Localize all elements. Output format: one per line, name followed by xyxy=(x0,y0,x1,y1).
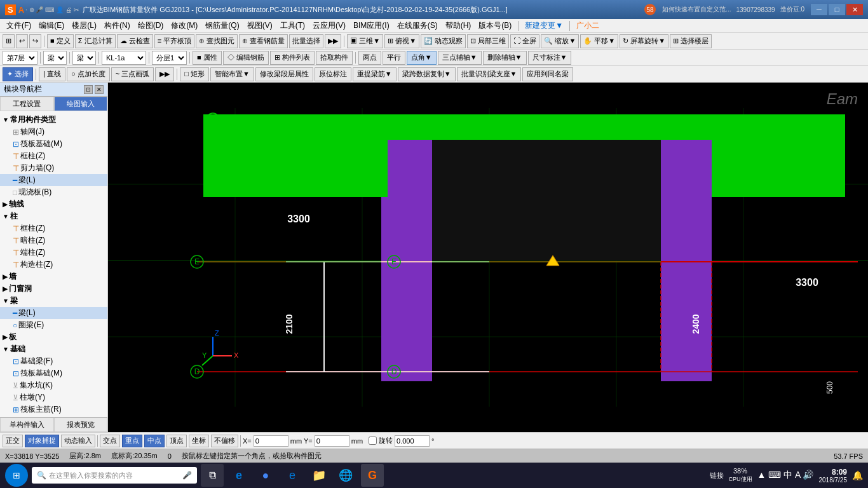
tree-group-beam[interactable]: ▼ 梁 xyxy=(0,295,107,307)
tb3-rect[interactable]: □ 矩形 xyxy=(180,67,209,81)
tb1-find-element[interactable]: ⊕ 查找图元 xyxy=(196,34,238,48)
tb3-modify-layer[interactable]: 修改梁段层属性 xyxy=(255,67,313,81)
panel-close-btn[interactable]: ✕ xyxy=(95,85,104,94)
tree-group-axis[interactable]: ▶ 轴线 xyxy=(0,198,107,210)
tb2-edit-rebar[interactable]: ◇ 编辑钢筋 xyxy=(223,51,269,65)
component-type-select[interactable]: 梁 xyxy=(72,51,96,65)
tree-item-col-struct[interactable]: ⊤ 构造柱(Z) xyxy=(0,259,107,271)
tb1-3d[interactable]: ▣ 三维▼ xyxy=(347,34,383,48)
tree-item-frame-column[interactable]: ⊤ 框柱(Z) xyxy=(0,150,107,162)
floor-select[interactable]: 第7层 xyxy=(3,51,37,65)
tree-item-col-frame[interactable]: ⊤ 框柱(Z) xyxy=(0,222,107,234)
taskbar-icon-task[interactable]: ⧉ xyxy=(201,464,224,487)
rotate-input[interactable] xyxy=(395,435,430,447)
menu-component[interactable]: 构件(N) xyxy=(100,19,134,33)
level-select[interactable]: 分层1 xyxy=(152,51,187,65)
tb2-pick[interactable]: 拾取构件 xyxy=(316,51,353,65)
rotate-checkbox[interactable] xyxy=(369,437,377,445)
notification-icon[interactable]: 🔔 xyxy=(852,470,863,480)
status-midpoint[interactable]: 中点 xyxy=(144,435,165,447)
menu-modify[interactable]: 修改(M) xyxy=(167,19,201,33)
tree-item-col-end[interactable]: ⊤ 端柱(Z) xyxy=(0,247,107,259)
tree-group-foundation[interactable]: ▼ 基础 xyxy=(0,343,107,355)
menu-version[interactable]: 版本号(B) xyxy=(475,19,515,33)
tree-item-beam-l[interactable]: ━ 梁(L) xyxy=(0,307,107,319)
tb1-view-rebar[interactable]: ⊕ 查看钢筋量 xyxy=(239,34,288,48)
status-key-point[interactable]: 重点 xyxy=(122,435,142,447)
tb3-more[interactable]: ▶▶ xyxy=(155,67,174,81)
tb1-local-3d[interactable]: ⊡ 局部三维 xyxy=(467,34,509,48)
tb1-select-floor[interactable]: ⊞ 选择楼层 xyxy=(670,34,712,48)
status-coordinate[interactable]: 坐标 xyxy=(189,435,209,447)
tb1-pan[interactable]: ✋ 平移▼ xyxy=(580,34,618,48)
search-box[interactable]: 🔍 在这里输入你要搜索的内容 🎤 xyxy=(32,467,197,484)
type-select[interactable]: 梁 xyxy=(43,51,67,65)
menu-xiaoer[interactable]: 广小二 xyxy=(573,19,603,33)
tree-item-found-raft[interactable]: ⊡ 筏板基础(M) xyxy=(0,367,107,379)
minimize-button[interactable]: ─ xyxy=(811,4,827,15)
y-input[interactable] xyxy=(315,435,349,447)
menu-cloud[interactable]: 云应用(V) xyxy=(309,19,349,33)
quick-setup[interactable]: 如何快速布置自定义范... xyxy=(662,5,731,14)
menu-rebar-quantity[interactable]: 钢筋量(Q) xyxy=(201,19,243,33)
tb3-arc[interactable]: ~ 三点画弧 xyxy=(111,67,154,81)
report-preview[interactable]: 报表预览 xyxy=(54,417,108,432)
menu-help[interactable]: 帮助(H) xyxy=(442,19,475,33)
start-button[interactable]: ⊞ xyxy=(5,464,28,487)
tree-group-door-window[interactable]: ▶ 门窗洞 xyxy=(0,283,107,295)
menu-edit[interactable]: 编辑(E) xyxy=(35,19,68,33)
tb3-point-extend[interactable]: ○ 点加长度 xyxy=(67,67,110,81)
tree-group-common[interactable]: ▼ 常用构件类型 xyxy=(0,114,107,126)
tree-item-slab[interactable]: □ 现浇板(B) xyxy=(0,186,107,198)
status-no-offset[interactable]: 不偏移 xyxy=(211,435,238,447)
tb1-dynamic-view[interactable]: 🔄 动态观察 xyxy=(421,34,466,48)
menu-view[interactable]: 视图(V) xyxy=(243,19,276,33)
menu-new-change[interactable]: 新建变更▼ xyxy=(521,19,567,33)
taskbar-icon-folder[interactable]: 📁 xyxy=(308,464,330,487)
tree-item-axis[interactable]: ⊞ 轴网(J) xyxy=(0,126,107,138)
tb1-cloud-check[interactable]: ☁ 云检查 xyxy=(117,34,153,48)
taskbar-icon-ie2[interactable]: e xyxy=(281,464,304,487)
menu-file[interactable]: 文件(F) xyxy=(3,19,35,33)
tb1-define[interactable]: ■ 定义 xyxy=(47,34,74,48)
tb3-span-copy[interactable]: 梁跨数据复制▼ xyxy=(398,67,456,81)
status-intersection[interactable]: 交点 xyxy=(100,435,120,447)
tb2-dim[interactable]: 尺寸标注▼ xyxy=(528,51,572,65)
tb2-two-points[interactable]: 两点 xyxy=(358,51,381,65)
tb2-component-list[interactable]: ⊞ 构件列表 xyxy=(270,51,315,65)
tab-draw-input[interactable]: 绘图输入 xyxy=(54,97,108,111)
menu-floor[interactable]: 楼层(L) xyxy=(68,19,100,33)
tb2-parallel[interactable]: 平行 xyxy=(383,51,405,65)
panel-float-btn[interactable]: ⊡ xyxy=(84,85,93,94)
tb1-more[interactable]: ▶▶ xyxy=(325,34,341,48)
x-input[interactable] xyxy=(254,435,288,447)
tb1-calc[interactable]: Σ 汇总计算 xyxy=(75,34,116,48)
tb3-select[interactable]: ✦ 选择 xyxy=(3,67,33,81)
tree-group-slab[interactable]: ▶ 板 xyxy=(0,331,107,343)
tb2-del-aux[interactable]: 删除辅轴▼ xyxy=(483,51,527,65)
tb1-grid[interactable]: ⊞ xyxy=(3,34,15,48)
tb3-batch-id-support[interactable]: 批量识别梁支座▼ xyxy=(457,67,522,81)
taskbar-icon-software[interactable]: G xyxy=(361,464,384,487)
tree-item-beam[interactable]: ━ 梁(L) xyxy=(0,174,107,186)
tb1-align-top[interactable]: ≡ 平齐板顶 xyxy=(154,34,194,48)
status-orthogonal[interactable]: 正交 xyxy=(3,435,23,447)
single-component-input[interactable]: 单构件输入 xyxy=(0,417,54,432)
tree-item-ring-beam[interactable]: ○ 圈梁(E) xyxy=(0,319,107,331)
status-snap[interactable]: 对象捕捉 xyxy=(25,435,59,447)
tb3-original-mark[interactable]: 原位标注 xyxy=(315,67,351,81)
tree-item-found-beam[interactable]: ⊡ 基础梁(F) xyxy=(0,355,107,367)
tb1-redo[interactable]: ↪ xyxy=(29,34,41,48)
tb1-fullscreen[interactable]: ⛶ 全屏 xyxy=(510,34,539,48)
tb2-three-point-aux[interactable]: 三点辅轴▼ xyxy=(438,51,482,65)
maximize-button[interactable]: □ xyxy=(829,4,845,15)
taskbar-icon-chrome[interactable]: ● xyxy=(254,464,277,487)
tree-item-found-column-pier[interactable]: ⊻ 柱墩(Y) xyxy=(0,391,107,403)
tree-item-found-pit[interactable]: ⊻ 集水坑(K) xyxy=(0,379,107,391)
tb3-smart-layout[interactable]: 智能布置▼ xyxy=(210,67,254,81)
taskbar-icon-earth[interactable]: 🌐 xyxy=(334,464,357,487)
tree-item-col-dark[interactable]: ⊤ 暗柱(Z) xyxy=(0,234,107,247)
tb3-re-extract[interactable]: 重提梁筋▼ xyxy=(353,67,397,81)
menu-tools[interactable]: 工具(T) xyxy=(276,19,309,33)
status-dynamic-input[interactable]: 动态输入 xyxy=(61,435,95,447)
